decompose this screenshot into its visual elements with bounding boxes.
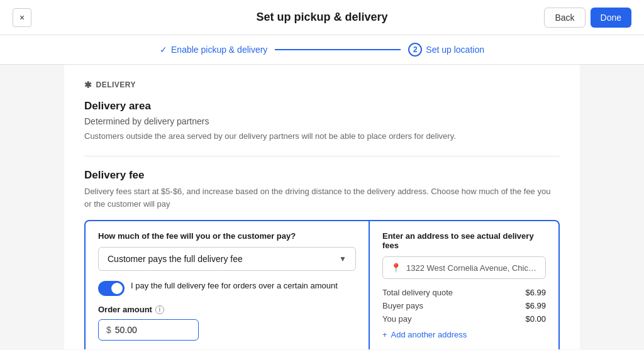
fee-left-panel: How much of the fee will you or the cust… (86, 221, 370, 349)
close-icon: × (19, 13, 25, 23)
delivery-area-subtitle: Determined by delivery partners (84, 116, 560, 126)
delivery-tag: ✱ DELIVERY (84, 80, 560, 90)
order-amount-info-icon[interactable]: i (155, 305, 164, 314)
address-input[interactable]: 📍 1322 West Cornelia Avenue, Chicago, I.… (382, 256, 546, 279)
chevron-down-icon: ▼ (339, 254, 347, 263)
fee-row-buyer-value: $6.99 (525, 301, 546, 310)
fee-right-panel: Enter an address to see actual delivery … (370, 221, 558, 349)
address-label: Enter an address to see actual delivery … (382, 231, 546, 250)
stepper: ✓ Enable pickup & delivery 2 Set up loca… (0, 35, 644, 65)
order-amount-input[interactable] (115, 325, 191, 335)
fee-row-total-label: Total delivery quote (382, 288, 453, 297)
delivery-area-title: Delivery area (84, 100, 560, 112)
delivery-fee-desc: Delivery fees start at $5-$6, and increa… (84, 185, 560, 210)
currency-symbol: $ (106, 325, 111, 335)
fee-row-you-value: $0.00 (525, 314, 546, 324)
step-1-label: Enable pickup & delivery (171, 45, 267, 55)
header-actions: Back Done (544, 8, 631, 28)
fee-row-total: Total delivery quote $6.99 (382, 288, 546, 297)
toggle-row: I pay the full delivery fee for orders o… (98, 280, 356, 296)
delivery-fee-title: Delivery fee (84, 169, 560, 182)
add-address-button[interactable]: + Add another address (382, 330, 546, 339)
location-pin-icon: 📍 (391, 263, 401, 273)
fee-dropdown[interactable]: Customer pays the full delivery fee ▼ (98, 247, 356, 271)
step-2-label: Set up location (426, 45, 484, 55)
full-fee-toggle[interactable] (98, 281, 125, 296)
main-content: ✱ DELIVERY Delivery area Determined by d… (0, 65, 644, 349)
section-divider (84, 156, 560, 156)
done-button[interactable]: Done (591, 8, 631, 28)
toggle-knob (111, 283, 123, 294)
fee-row-total-value: $6.99 (525, 288, 546, 297)
fee-box: How much of the fee will you or the cust… (84, 220, 560, 349)
header: × Set up pickup & delivery Back Done (0, 0, 644, 35)
step-connector (275, 49, 401, 50)
toggle-label: I pay the full delivery fee for orders o… (131, 280, 338, 292)
amount-note: Taxes, tips, and service fees do not cou… (98, 347, 356, 349)
fee-dropdown-value: Customer pays the full delivery fee (108, 254, 243, 264)
delivery-tag-label: DELIVERY (96, 80, 136, 89)
step-1: ✓ Enable pickup & delivery (160, 45, 267, 55)
fee-row-you-label: You pay (382, 314, 412, 324)
step-2: 2 Set up location (408, 43, 484, 57)
content-card: ✱ DELIVERY Delivery area Determined by d… (64, 65, 580, 349)
step-2-circle: 2 (408, 43, 422, 57)
close-button[interactable]: × (13, 8, 31, 27)
address-value: 1322 West Cornelia Avenue, Chicago, I... (406, 263, 538, 273)
order-amount-input-wrap[interactable]: $ (98, 319, 199, 341)
back-button[interactable]: Back (544, 8, 585, 28)
delivery-icon: ✱ (84, 80, 92, 90)
plus-icon: + (382, 330, 387, 339)
fee-row-you: You pay $0.00 (382, 314, 546, 324)
page-title: Set up pickup & delivery (256, 11, 387, 24)
fee-question: How much of the fee will you or the cust… (98, 231, 356, 241)
delivery-area-desc: Customers outside the area served by our… (84, 131, 560, 141)
add-address-label: Add another address (391, 330, 467, 339)
fee-row-buyer-label: Buyer pays (382, 301, 423, 310)
step-1-check-icon: ✓ (160, 45, 167, 55)
order-amount-label: Order amount i (98, 305, 356, 314)
fee-row-buyer: Buyer pays $6.99 (382, 301, 546, 310)
